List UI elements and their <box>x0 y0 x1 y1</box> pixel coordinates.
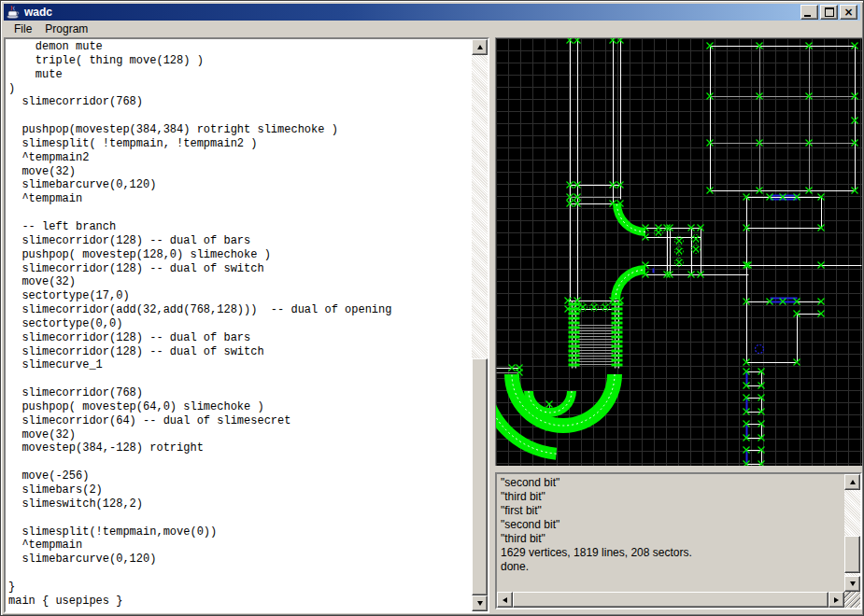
code-line: triple( thing move(128) ) <box>8 54 472 68</box>
log-line: done. <box>501 560 842 574</box>
code-line <box>8 206 472 220</box>
code-line: movestep(384,-128) rotright <box>8 441 472 455</box>
code-line: move(32) <box>8 428 472 442</box>
log-hscrollbar-track[interactable] <box>513 592 829 608</box>
minimize-button[interactable] <box>800 5 818 20</box>
code-line: pushpop( movestep(128,0) slimechoke ) <box>8 248 472 262</box>
code-line: slimesplit( !tempmain, !tempmain2 ) <box>8 137 472 151</box>
code-line: move(-256) <box>8 469 472 483</box>
close-button[interactable]: × <box>840 5 857 20</box>
window-title: wadc <box>24 4 52 21</box>
log-scroll-down-button[interactable] <box>844 576 860 592</box>
log-hscrollbar-thumb[interactable] <box>513 592 829 608</box>
code-line: sectortype(17,0) <box>8 289 472 303</box>
code-line: ^tempmain <box>8 192 472 206</box>
code-line: pushpop(movestep(384,384) rotright slime… <box>8 123 472 137</box>
map-canvas <box>496 38 862 466</box>
arrow-down-icon <box>850 581 856 586</box>
code-line: } <box>8 581 472 595</box>
log-scroll-left-button[interactable] <box>497 592 513 608</box>
code-line: mute <box>8 68 472 82</box>
code-line: slimecurve_1 <box>8 358 472 372</box>
code-line <box>8 511 472 525</box>
code-editor[interactable]: demon mute triple( thing move(128) ) mut… <box>6 39 472 611</box>
code-line: sectortype(0,0) <box>8 317 472 331</box>
code-line: slimecorridor(128) -- dual of switch <box>8 345 472 359</box>
code-line: slimeswitch(128,2) <box>8 497 472 511</box>
code-line: slimebarcurve(0,120) <box>8 553 472 567</box>
log-line: "third bit" <box>501 532 842 546</box>
title-bar[interactable]: wadc × <box>4 4 860 21</box>
editor-scrollbar[interactable] <box>472 39 488 611</box>
maximize-icon <box>825 7 834 17</box>
arrow-up-icon <box>850 480 856 484</box>
code-line: slimesplit(!tempmain,move(0)) <box>8 525 472 539</box>
code-line: demon mute <box>8 40 472 54</box>
arrow-down-icon <box>477 601 483 606</box>
scroll-up-button[interactable] <box>472 39 488 55</box>
editor-scrollbar-track[interactable] <box>472 55 488 595</box>
log-vertical-scrollbar[interactable] <box>844 474 860 592</box>
code-line: main { usepipes } <box>8 595 472 609</box>
scroll-down-button[interactable] <box>472 595 488 611</box>
app-window: wadc × FileProgram demon mute triple( th… <box>0 0 864 616</box>
resize-grip[interactable] <box>844 592 860 608</box>
map-preview-pane <box>495 37 862 466</box>
code-line: -- left branch <box>8 220 472 234</box>
menu-program[interactable]: Program <box>38 21 94 36</box>
arrow-up-icon <box>477 45 483 49</box>
log-scrollbar-track[interactable] <box>844 490 860 576</box>
code-line: ^tempmain <box>8 539 472 553</box>
code-line <box>8 372 472 386</box>
minimize-icon <box>804 15 811 17</box>
log-scroll-right-button[interactable] <box>829 592 844 608</box>
code-line: slimecorridor(768) <box>8 95 472 109</box>
code-line <box>8 109 472 123</box>
code-line: slimecorridor(128) -- dual of switch <box>8 262 472 276</box>
code-line: slimecorridor(add(32,add(768,128))) -- d… <box>8 303 472 317</box>
main-content: demon mute triple( thing move(128) ) mut… <box>4 37 862 613</box>
code-line: slimebars(2) <box>8 483 472 497</box>
arrow-right-icon <box>834 597 839 603</box>
code-line: move(32) <box>8 165 472 179</box>
editor-scrollbar-thumb[interactable] <box>472 358 488 595</box>
menu-file[interactable]: File <box>7 21 38 36</box>
code-editor-pane: demon mute triple( thing move(128) ) mut… <box>4 37 489 613</box>
log-line: "second bit" <box>501 476 842 490</box>
code-line: slimecorridor(64) -- dual of slimesecret <box>8 414 472 428</box>
code-line: slimecorridor(128) -- dual of bars <box>8 234 472 248</box>
log-pane: "second bit""third bit""first bit""secon… <box>495 472 862 609</box>
code-line: ) <box>8 82 472 96</box>
log-scrollbar-thumb[interactable] <box>844 536 860 573</box>
split-pane-divider[interactable] <box>495 466 862 472</box>
arrow-left-icon <box>503 597 507 603</box>
maximize-button[interactable] <box>820 5 838 20</box>
code-line: pushpop( movestep(64,0) slimechoke ) <box>8 400 472 414</box>
log-line: "first bit" <box>501 504 842 518</box>
right-panel: "second bit""third bit""first bit""secon… <box>495 37 862 613</box>
code-line <box>8 567 472 581</box>
log-output: "second bit""third bit""first bit""secon… <box>498 475 844 592</box>
log-line: "third bit" <box>501 490 842 504</box>
code-line: move(32) <box>8 275 472 289</box>
code-line <box>8 455 472 469</box>
log-scroll-up-button[interactable] <box>844 474 860 490</box>
java-app-icon <box>6 5 21 20</box>
code-line: slimecorridor(128) -- dual of bars <box>8 331 472 345</box>
log-line: "second bit" <box>501 518 842 532</box>
log-horizontal-scrollbar[interactable] <box>497 592 844 608</box>
code-line: slimecorridor(768) <box>8 386 472 400</box>
code-line: ^tempmain2 <box>8 151 472 165</box>
code-line: slimebarcurve(0,120) <box>8 178 472 192</box>
close-icon: × <box>843 7 853 17</box>
log-line: 1629 vertices, 1819 lines, 208 sectors. <box>501 546 842 560</box>
menu-bar: FileProgram <box>4 21 860 37</box>
